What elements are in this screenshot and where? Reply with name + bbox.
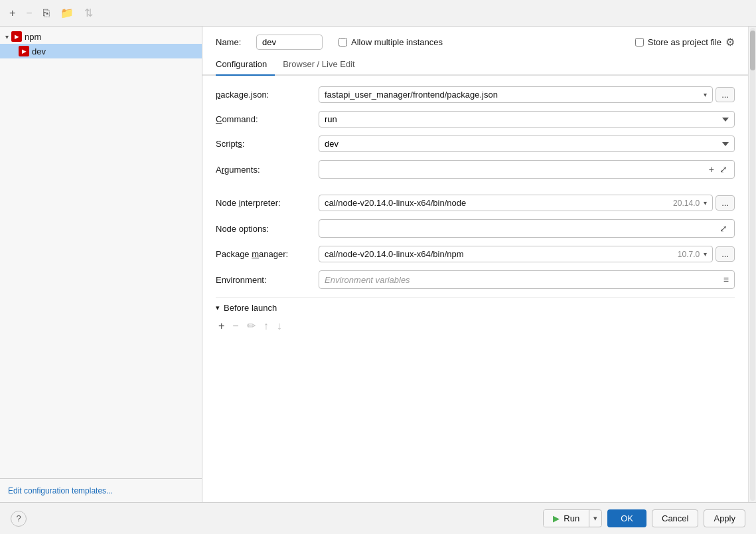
node-interpreter-label: Node interpreter: — [216, 198, 319, 208]
package-manager-label: Package manager: — [216, 249, 319, 259]
package-manager-row: Package manager: cal/node-v20.14.0-linux… — [216, 246, 735, 262]
arguments-row: Arguments: + ⤢ — [216, 160, 735, 179]
command-label: Command: — [216, 114, 319, 124]
scripts-label: Scripts: — [216, 139, 319, 149]
command-select[interactable]: run install test build — [319, 111, 735, 128]
before-launch-add-button[interactable]: + — [216, 318, 227, 333]
main-layout: ▾ ▶ npm ▶ dev Edit configuration templat… — [0, 27, 756, 502]
arguments-input-area[interactable]: + ⤢ — [319, 160, 735, 179]
arguments-add-icon[interactable]: + — [708, 164, 716, 175]
package-json-path-display[interactable]: fastapi_user_manager/frontend/package.js… — [319, 86, 713, 103]
scrollbar-thumb — [750, 31, 755, 70]
before-launch-toolbar: + − ✏ ↑ ↓ — [216, 318, 735, 333]
allow-multiple-checkbox[interactable] — [339, 38, 347, 46]
allow-multiple-label: Allow multiple instances — [351, 37, 443, 47]
name-input[interactable] — [256, 35, 323, 50]
package-manager-browse-button[interactable]: ... — [716, 246, 735, 262]
package-json-value: fastapi_user_manager/frontend/package.js… — [325, 90, 701, 100]
before-launch-chevron-icon: ▾ — [216, 304, 220, 312]
spacer — [216, 187, 735, 195]
package-manager-path-text: cal/node-v20.14.0-linux-x64/bin/npm — [325, 249, 674, 259]
arguments-label: Arguments: — [216, 165, 319, 175]
node-options-control: ⤢ — [319, 219, 735, 238]
store-project-checkbox[interactable] — [635, 38, 644, 46]
run-dropdown-button[interactable]: ▾ — [589, 511, 601, 526]
sort-config-button[interactable]: ⇅ — [82, 5, 96, 21]
scrollbar-track — [750, 28, 755, 501]
before-launch-remove-button[interactable]: − — [230, 318, 241, 333]
chevron-down-icon: ▾ — [5, 33, 9, 41]
npm-icon: ▶ — [11, 31, 22, 42]
environment-input-area[interactable]: Environment variables ≡ — [319, 270, 735, 289]
package-json-row: package.json: fastapi_user_manager/front… — [216, 86, 735, 103]
remove-config-button[interactable]: − — [23, 6, 35, 21]
scripts-row: Scripts: dev build start — [216, 135, 735, 152]
store-project-label: Store as project file — [648, 37, 721, 47]
npm-label: npm — [25, 32, 41, 42]
before-launch-header: ▾ Before launch — [216, 303, 735, 313]
arguments-control: + ⤢ — [319, 160, 735, 179]
help-button[interactable]: ? — [11, 511, 27, 527]
tab-configuration[interactable]: Configuration — [216, 55, 275, 76]
tab-browser-live-edit[interactable]: Browser / Live Edit — [283, 55, 362, 76]
package-manager-selector[interactable]: cal/node-v20.14.0-linux-x64/bin/npm 10.7… — [319, 246, 713, 262]
sidebar: ▾ ▶ npm ▶ dev Edit configuration templat… — [0, 27, 202, 502]
command-row: Command: run install test build — [216, 111, 735, 128]
copy-config-button[interactable]: ⎘ — [40, 6, 52, 21]
package-json-dropdown[interactable]: ▾ — [704, 91, 707, 98]
environment-edit-icon[interactable]: ≡ — [723, 274, 729, 285]
package-json-control: fastapi_user_manager/frontend/package.js… — [319, 86, 735, 103]
package-manager-version-text: 10.7.0 — [678, 250, 700, 259]
arguments-expand-icon[interactable]: ⤢ — [718, 164, 729, 175]
apply-button[interactable]: Apply — [704, 509, 745, 527]
package-json-browse-button[interactable]: ... — [716, 87, 735, 102]
package-manager-control: cal/node-v20.14.0-linux-x64/bin/npm 10.7… — [319, 246, 735, 262]
folder-config-button[interactable]: 📁 — [58, 5, 76, 21]
environment-placeholder: Environment variables — [325, 275, 723, 285]
node-dropdown-arrow-icon: ▾ — [704, 199, 707, 207]
tree-dev-item[interactable]: ▶ dev — [0, 44, 202, 58]
name-label: Name: — [216, 37, 246, 47]
node-options-expand-icon[interactable]: ⤢ — [718, 223, 729, 234]
run-main-button[interactable]: ▶ Run — [544, 510, 589, 527]
before-launch-up-button[interactable]: ↑ — [261, 318, 271, 333]
right-scrollbar[interactable] — [748, 27, 756, 502]
node-interpreter-row: Node interpreter: cal/node-v20.14.0-linu… — [216, 195, 735, 211]
node-path-text: cal/node-v20.14.0-linux-x64/bin/node — [325, 198, 669, 208]
bottom-bar: ? ▶ Run ▾ OK Cancel Apply — [0, 502, 756, 534]
dev-label: dev — [32, 46, 46, 56]
before-launch-section: ▾ Before launch + − ✏ ↑ ↓ — [216, 297, 735, 333]
node-interpreter-control: cal/node-v20.14.0-linux-x64/bin/node 20.… — [319, 195, 735, 211]
environment-label: Environment: — [216, 275, 319, 285]
environment-control: Environment variables ≡ — [319, 270, 735, 289]
node-options-row: Node options: ⤢ — [216, 219, 735, 238]
run-play-icon: ▶ — [553, 513, 560, 523]
environment-row: Environment: Environment variables ≡ — [216, 270, 735, 289]
tree-npm-item[interactable]: ▾ ▶ npm — [0, 29, 202, 44]
tab-bar: Configuration Browser / Live Edit — [202, 55, 748, 76]
node-interpreter-browse-button[interactable]: ... — [716, 195, 735, 211]
gear-icon[interactable]: ⚙ — [725, 36, 735, 48]
run-button-group: ▶ Run ▾ — [543, 509, 602, 527]
top-toolbar: + − ⎘ 📁 ⇅ — [0, 0, 756, 27]
node-interpreter-selector[interactable]: cal/node-v20.14.0-linux-x64/bin/node 20.… — [319, 195, 713, 211]
before-launch-edit-button[interactable]: ✏ — [244, 318, 258, 333]
cancel-button[interactable]: Cancel — [652, 509, 698, 527]
ok-button[interactable]: OK — [607, 509, 646, 527]
config-tree: ▾ ▶ npm ▶ dev — [0, 27, 202, 478]
content-area: Name: Allow multiple instances Store as … — [202, 27, 748, 502]
sidebar-bottom: Edit configuration templates... — [0, 478, 202, 502]
edit-templates-link[interactable]: Edit configuration templates... — [8, 486, 113, 495]
name-row: Name: Allow multiple instances Store as … — [202, 27, 748, 55]
package-json-label: package.json: — [216, 90, 319, 100]
add-config-button[interactable]: + — [7, 6, 18, 21]
node-options-input-area[interactable]: ⤢ — [319, 219, 735, 238]
store-project-group: Store as project file ⚙ — [635, 36, 735, 48]
node-version-text: 20.14.0 — [673, 199, 700, 208]
before-launch-down-button[interactable]: ↓ — [274, 318, 285, 333]
allow-multiple-group: Allow multiple instances — [339, 37, 443, 47]
before-launch-title: Before launch — [224, 303, 277, 313]
scripts-select[interactable]: dev build start — [319, 135, 735, 152]
form-content: package.json: fastapi_user_manager/front… — [202, 76, 748, 502]
run-button-label: Run — [564, 513, 579, 523]
